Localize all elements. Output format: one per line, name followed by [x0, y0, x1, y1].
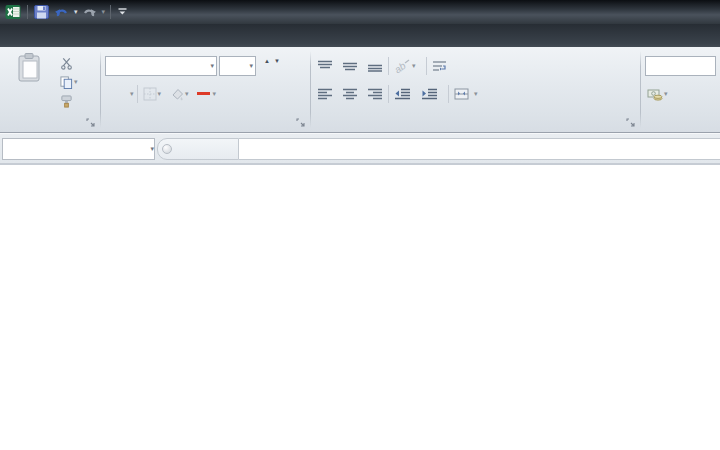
redo-button[interactable] — [81, 2, 98, 22]
wrap-text-button[interactable] — [430, 59, 453, 74]
formula-bar-grip — [162, 144, 172, 154]
save-button[interactable] — [33, 2, 50, 22]
fill-color-dropdown-icon[interactable]: ▾ — [185, 90, 189, 98]
font-dialog-launcher[interactable] — [295, 117, 306, 128]
italic-button[interactable] — [115, 93, 119, 95]
align-middle-button[interactable] — [340, 59, 360, 73]
fill-color-button[interactable]: ▾ — [167, 87, 191, 102]
customize-qat-button[interactable] — [116, 2, 129, 22]
font-color-button[interactable] — [195, 93, 212, 96]
spreadsheet — [0, 165, 720, 450]
align-bottom-button[interactable] — [365, 59, 385, 73]
group-number: ▾ — [641, 47, 720, 132]
group-font: ▾ ▾ ▲ ▼ ▾ — [101, 47, 311, 132]
undo-dropdown-icon[interactable]: ▾ — [74, 8, 78, 16]
font-name-select[interactable]: ▾ — [105, 56, 217, 76]
copy-dropdown-icon[interactable]: ▾ — [74, 78, 78, 86]
ribbon: ▾ ▾ — [0, 47, 720, 133]
align-left-button[interactable] — [315, 87, 335, 101]
copy-icon — [60, 76, 73, 89]
qat-separator — [110, 5, 111, 19]
increase-indent-button[interactable] — [419, 87, 440, 101]
font-color-dropdown-icon[interactable]: ▾ — [213, 90, 217, 98]
divider — [388, 85, 389, 103]
qat-separator — [27, 5, 28, 19]
accounting-format-button[interactable]: ▾ — [645, 87, 670, 102]
divider — [448, 85, 449, 103]
bold-button[interactable] — [105, 93, 109, 95]
clipboard-icon — [17, 53, 43, 83]
align-right-button[interactable] — [365, 87, 385, 101]
formula-bar: ▾ — [0, 133, 720, 163]
wrap-text-icon — [432, 60, 447, 73]
font-size-select[interactable]: ▾ — [219, 56, 256, 76]
decrease-font-button[interactable]: ▼ — [272, 62, 282, 70]
orientation-dropdown-icon[interactable]: ▾ — [412, 62, 416, 70]
fill-color-icon — [169, 88, 184, 101]
font-name-dropdown-icon: ▾ — [210, 62, 214, 70]
font-size-dropdown-icon: ▾ — [249, 62, 253, 70]
quick-access-toolbar: ▾ ▾ — [4, 0, 129, 24]
ribbon-tab-row — [0, 24, 720, 47]
align-top-button[interactable] — [315, 59, 335, 73]
formula-input[interactable] — [239, 138, 720, 160]
clipboard-dialog-launcher[interactable] — [85, 117, 96, 128]
accounting-icon — [647, 88, 663, 101]
merge-dropdown-icon[interactable]: ▾ — [474, 90, 478, 98]
excel-app-icon[interactable] — [4, 2, 22, 22]
cut-button[interactable] — [58, 55, 80, 71]
increase-font-button[interactable]: ▲ — [262, 62, 272, 70]
format-painter-icon — [60, 95, 73, 108]
borders-dropdown-icon[interactable]: ▾ — [158, 90, 162, 98]
paste-button[interactable] — [8, 53, 52, 115]
group-clipboard: ▾ — [0, 47, 101, 132]
underline-dropdown-icon[interactable]: ▾ — [130, 90, 134, 98]
underline-button[interactable] — [125, 93, 129, 95]
excel-window: ▾ ▾ — [0, 0, 720, 450]
divider — [137, 85, 138, 103]
orientation-icon: ab — [394, 59, 411, 73]
align-center-button[interactable] — [340, 87, 360, 101]
borders-icon — [143, 87, 157, 101]
font-color-swatch — [197, 92, 210, 95]
divider — [426, 57, 427, 75]
name-box-dropdown-icon[interactable]: ▾ — [150, 145, 154, 153]
accounting-dropdown-icon[interactable]: ▾ — [664, 90, 668, 98]
group-alignment: ab ▾ — [311, 47, 641, 132]
undo-button[interactable] — [53, 2, 70, 22]
formula-bar-buttons — [157, 138, 239, 160]
copy-button[interactable]: ▾ — [58, 74, 80, 90]
decrease-indent-button[interactable] — [392, 87, 413, 101]
alignment-dialog-launcher[interactable] — [625, 117, 636, 128]
number-format-select[interactable] — [645, 56, 716, 76]
merge-center-icon — [454, 88, 469, 100]
redo-dropdown-icon[interactable]: ▾ — [102, 8, 106, 16]
divider — [388, 57, 389, 75]
title-bar: ▾ ▾ — [0, 0, 720, 24]
scissors-icon — [60, 57, 73, 70]
merge-center-button[interactable]: ▾ — [452, 87, 480, 101]
name-box[interactable]: ▾ — [2, 138, 155, 160]
borders-button[interactable]: ▾ — [141, 86, 164, 102]
orientation-button[interactable]: ab ▾ — [392, 58, 418, 74]
format-painter-button[interactable] — [58, 93, 80, 109]
